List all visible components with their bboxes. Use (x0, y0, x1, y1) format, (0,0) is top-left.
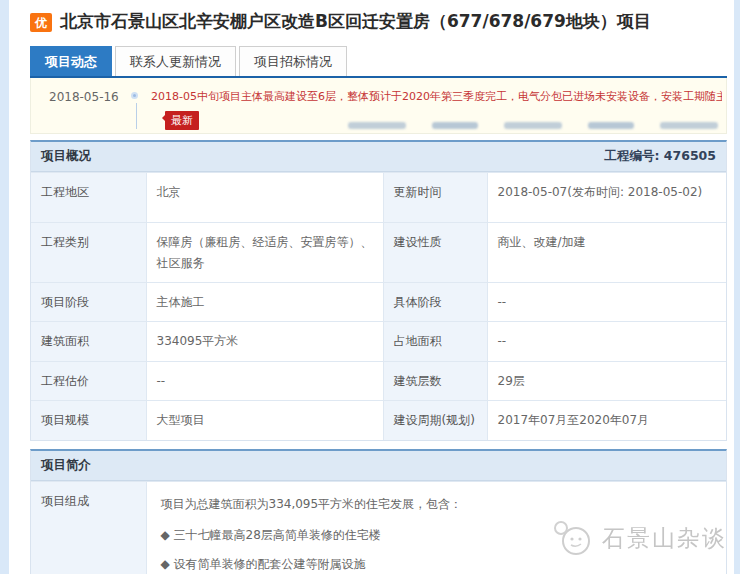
latest-badge: 最新 (165, 111, 199, 130)
overview-header: 项目概况 工程编号: 476505 (31, 142, 726, 172)
intro-title: 项目简介 (41, 457, 91, 474)
row-label: 建筑层数 (383, 361, 487, 400)
blurred-links-row (348, 122, 718, 129)
row-label: 建设性质 (383, 223, 487, 283)
news-text: 2018-05中旬项目主体最高建设至6层，整体预计于2020年第三季度完工，电气… (151, 89, 722, 106)
project-code-label: 工程编号: (604, 148, 659, 163)
intro-table: 项目组成 项目为总建筑面积为334,095平方米的住宅发展，包含： ◆ 三十七幢… (31, 481, 726, 574)
main-content: 优 北京市石景山区北辛安棚户区改造B区回迁安置房（677/678/679地块）项… (30, 0, 727, 574)
row-value: -- (487, 283, 726, 322)
row-label: 工程地区 (31, 173, 146, 223)
row-value: 保障房（廉租房、经适房、安置房等）、社区服务 (146, 223, 383, 283)
table-row: 项目阶段 主体施工 具体阶段 -- (31, 283, 726, 322)
row-value: 2018-05-07(发布时间: 2018-05-02) (487, 173, 726, 223)
row-value: -- (487, 322, 726, 361)
composition-intro: 项目为总建筑面积为334,095平方米的住宅发展，包含： (161, 494, 713, 514)
grade-badge: 优 (30, 13, 52, 32)
page-left-margin (0, 0, 9, 574)
row-label: 建筑面积 (31, 322, 146, 361)
row-value: 主体施工 (146, 283, 383, 322)
title-bar: 优 北京市石景山区北辛安棚户区改造B区回迁安置房（677/678/679地块）项… (30, 0, 727, 32)
table-row: 项目组成 项目为总建筑面积为334,095平方米的住宅发展，包含： ◆ 三十七幢… (31, 481, 726, 574)
project-overview-section: 项目概况 工程编号: 476505 工程地区 北京 更新时间 2018-05-0… (30, 140, 727, 440)
timeline-dot-icon (131, 92, 138, 99)
page-right-margin (734, 0, 740, 574)
row-value: 334095平方米 (146, 322, 383, 361)
overview-table: 工程地区 北京 更新时间 2018-05-07(发布时间: 2018-05-02… (31, 172, 726, 439)
news-panel: 2018-05-16 2018-05中旬项目主体最高建设至6层，整体预计于202… (30, 78, 727, 134)
row-value: 2017年07月至2020年07月 (487, 401, 726, 440)
row-label: 具体阶段 (383, 283, 487, 322)
row-value: 北京 (146, 173, 383, 223)
row-value: 大型项目 (146, 401, 383, 440)
composition-cell: 项目为总建筑面积为334,095平方米的住宅发展，包含： ◆ 三十七幢最高28层… (146, 481, 726, 574)
row-label: 建设周期(规划) (383, 401, 487, 440)
row-value: -- (146, 361, 383, 400)
row-label: 项目阶段 (31, 283, 146, 322)
project-intro-section: 项目简介 项目组成 项目为总建筑面积为334,095平方米的住宅发展，包含： ◆… (30, 449, 727, 574)
timeline-line (136, 103, 137, 129)
table-row: 工程地区 北京 更新时间 2018-05-07(发布时间: 2018-05-02… (31, 173, 726, 223)
row-label: 更新时间 (383, 173, 487, 223)
row-label: 工程估价 (31, 361, 146, 400)
row-label: 项目规模 (31, 401, 146, 440)
composition-item: ◆ 设有简单装修的配套公建等附属设施 (161, 554, 713, 574)
row-label: 工程类别 (31, 223, 146, 283)
row-label: 占地面积 (383, 322, 487, 361)
project-code-value: 476505 (664, 148, 716, 163)
news-date: 2018-05-16 (49, 89, 127, 104)
tab-bar: 项目动态 联系人更新情况 项目招标情况 (30, 46, 727, 78)
table-row: 工程估价 -- 建筑层数 29层 (31, 361, 726, 400)
page-title: 北京市石景山区北辛安棚户区改造B区回迁安置房（677/678/679地块）项目 (60, 11, 651, 32)
row-value: 29层 (487, 361, 726, 400)
table-row: 建筑面积 334095平方米 占地面积 -- (31, 322, 726, 361)
tab-bidding-info[interactable]: 项目招标情况 (239, 46, 347, 76)
intro-header: 项目简介 (31, 451, 726, 481)
project-code: 工程编号: 476505 (604, 148, 716, 165)
timeline (127, 89, 151, 129)
composition-item: ◆ 三十七幢最高28层高简单装修的住宅楼 (161, 525, 713, 545)
table-row: 项目规模 大型项目 建设周期(规划) 2017年07月至2020年07月 (31, 401, 726, 440)
row-value: 商业、改建/加建 (487, 223, 726, 283)
overview-title: 项目概况 (41, 148, 91, 165)
tab-contact-updates[interactable]: 联系人更新情况 (115, 46, 236, 76)
table-row: 工程类别 保障房（廉租房、经适房、安置房等）、社区服务 建设性质 商业、改建/加… (31, 223, 726, 283)
row-label: 项目组成 (31, 481, 146, 574)
tab-project-updates[interactable]: 项目动态 (30, 46, 112, 76)
